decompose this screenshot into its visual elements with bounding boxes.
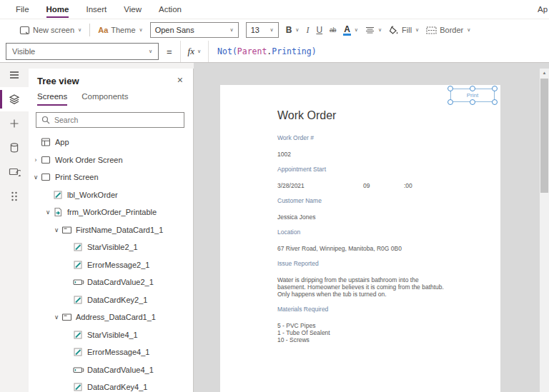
vertical-scrollbar[interactable]: ▲ <box>540 69 549 392</box>
tree-item-ErrorMessage2_1[interactable]: ErrorMessage2_1 <box>29 256 193 274</box>
align-button[interactable]: ∨ <box>362 21 385 39</box>
document-page[interactable]: Print Work Order Work Order #1002Appoint… <box>220 85 500 392</box>
chevron-down-icon: ∨ <box>378 27 382 33</box>
toolbar-divider <box>89 24 90 36</box>
strikethrough-button[interactable]: ab <box>326 21 340 39</box>
appointment-hour: 09 <box>363 182 370 189</box>
tree-item-DataCardValue4_1[interactable]: DataCardValue4_1 <box>29 361 193 379</box>
tree-item-label: Work Order Screen <box>55 156 123 164</box>
field-label: Customer Name <box>277 197 500 204</box>
tree-item-App[interactable]: App <box>29 134 193 151</box>
selection-handle[interactable] <box>470 86 475 91</box>
tree-item-label: Print Screen <box>55 173 99 181</box>
underline-button[interactable]: U <box>312 21 326 39</box>
fx-button[interactable]: fx ∨ <box>180 41 209 62</box>
print-button[interactable]: Print <box>450 89 495 102</box>
scrollbar-thumb[interactable] <box>540 79 548 193</box>
expander-expanded-icon[interactable]: ∨ <box>51 226 61 233</box>
search-input[interactable]: Search <box>36 112 184 128</box>
font-color-icon: A <box>343 25 351 36</box>
rail-data-icon[interactable] <box>0 136 29 160</box>
tree-item-lbl_WorkOrder[interactable]: lbl_WorkOrder <box>29 186 193 204</box>
selection-handle[interactable] <box>447 86 453 91</box>
screen-icon <box>41 155 52 165</box>
close-icon[interactable]: × <box>177 74 183 86</box>
work-order-document: Work Order Work Order #1002Appointment S… <box>220 85 500 343</box>
tree-item-frm_WorkOrder_Printable[interactable]: ∨frm_WorkOrder_Printable <box>29 203 193 221</box>
theme-button[interactable]: Aa Theme ∨ <box>94 21 146 39</box>
menu-item-action[interactable]: Action <box>159 4 182 15</box>
appointment-minute: :00 <box>404 182 412 189</box>
fill-button[interactable]: Fill ∨ <box>385 21 422 39</box>
tree-item-StarVisible2_1[interactable]: StarVisible2_1 <box>29 238 193 256</box>
tab-components[interactable]: Components <box>81 92 128 106</box>
chevron-down-icon: ∨ <box>415 27 419 33</box>
rail-tree-view-icon[interactable] <box>0 87 29 111</box>
new-screen-icon <box>19 26 30 35</box>
label-icon <box>73 382 84 392</box>
panel-top-strip <box>29 63 194 69</box>
formula-segment: ) <box>312 46 317 56</box>
label-icon <box>53 190 64 200</box>
selection-handle[interactable] <box>492 86 498 91</box>
tree-item-FirstName_DataCard1_1[interactable]: ∨FirstName_DataCard1_1 <box>29 221 193 239</box>
expander-expanded-icon[interactable]: ∨ <box>51 313 61 321</box>
tree-item-label: lbl_WorkOrder <box>67 191 118 199</box>
tree-item-DataCardKey4_1[interactable]: DataCardKey4_1 <box>29 378 193 392</box>
bold-icon: B <box>286 25 292 35</box>
italic-button[interactable]: I <box>302 21 312 39</box>
formula-input[interactable]: Not(Parent.Printing) <box>217 46 317 56</box>
workspace: Tree view × Screens Components Search Ap… <box>0 63 549 392</box>
tree-list: App›Work Order Screen∨Print Screenlbl_Wo… <box>29 134 193 392</box>
selection-handle[interactable] <box>447 99 453 105</box>
label-icon <box>73 295 84 305</box>
selection-handle[interactable] <box>470 99 475 105</box>
rail-media-icon[interactable] <box>0 160 29 184</box>
document-fields: Work Order #1002Appointment Start3/28/20… <box>277 134 500 343</box>
font-family-select[interactable]: Open Sans ∨ <box>150 22 239 38</box>
menu-item-view[interactable]: View <box>124 4 142 15</box>
tab-screens[interactable]: Screens <box>37 92 67 106</box>
property-select[interactable]: Visible ∨ <box>6 43 159 60</box>
scroll-up-arrow[interactable]: ▲ <box>540 69 549 77</box>
equals-sign: = <box>167 46 172 57</box>
label-icon <box>73 330 84 340</box>
new-screen-button[interactable]: New screen ∨ <box>16 21 85 39</box>
print-button-label: Print <box>467 92 478 99</box>
property-value: Visible <box>12 47 35 56</box>
underline-icon: U <box>316 25 322 35</box>
font-color-button[interactable]: A ∨ <box>340 21 362 39</box>
bold-button[interactable]: B ∨ <box>282 21 303 39</box>
tree-item-ErrorMessage4_1[interactable]: ErrorMessage4_1 <box>29 343 193 361</box>
tree-item-Address_DataCard1_1[interactable]: ∨Address_DataCard1_1 <box>29 308 193 326</box>
tree-item-DataCardValue2_1[interactable]: DataCardValue2_1 <box>29 273 193 291</box>
font-size-select[interactable]: 13 ∨ <box>246 22 279 38</box>
selection-handle[interactable] <box>492 99 498 105</box>
align-icon <box>365 26 375 34</box>
panel-tabs: Screens Components <box>29 89 193 106</box>
menu-item-file[interactable]: File <box>16 4 29 15</box>
chevron-down-icon: ∨ <box>149 49 152 54</box>
rail-advanced-tools-icon[interactable] <box>0 184 29 208</box>
expander-collapsed-icon[interactable]: › <box>31 156 41 164</box>
tree-item-label: Address_DataCard1_1 <box>76 313 156 321</box>
italic-icon: I <box>306 25 309 36</box>
menu-item-home[interactable]: Home <box>46 4 69 15</box>
field-label: Appointment Start <box>277 166 500 173</box>
rail-insert-icon[interactable] <box>0 111 29 136</box>
rail-menu-icon[interactable] <box>0 63 29 87</box>
tree-item-StarVisible4_1[interactable]: StarVisible4_1 <box>29 326 193 344</box>
search-placeholder: Search <box>54 116 78 124</box>
chevron-down-icon: ∨ <box>139 27 143 33</box>
expander-expanded-icon[interactable]: ∨ <box>31 174 41 181</box>
tree-item-Work Order Screen[interactable]: ›Work Order Screen <box>29 151 193 169</box>
tree-item-label: ErrorMessage2_1 <box>87 261 149 269</box>
tree-item-label: DataCardValue4_1 <box>87 366 154 374</box>
strikethrough-icon: ab <box>330 26 336 34</box>
theme-label: Theme <box>111 26 135 34</box>
tree-item-DataCardKey2_1[interactable]: DataCardKey2_1 <box>29 291 193 309</box>
expander-expanded-icon[interactable]: ∨ <box>43 208 53 216</box>
tree-item-Print Screen[interactable]: ∨Print Screen <box>29 169 193 186</box>
menu-item-insert[interactable]: Insert <box>86 4 107 15</box>
border-button[interactable]: Border ∨ <box>422 21 474 39</box>
